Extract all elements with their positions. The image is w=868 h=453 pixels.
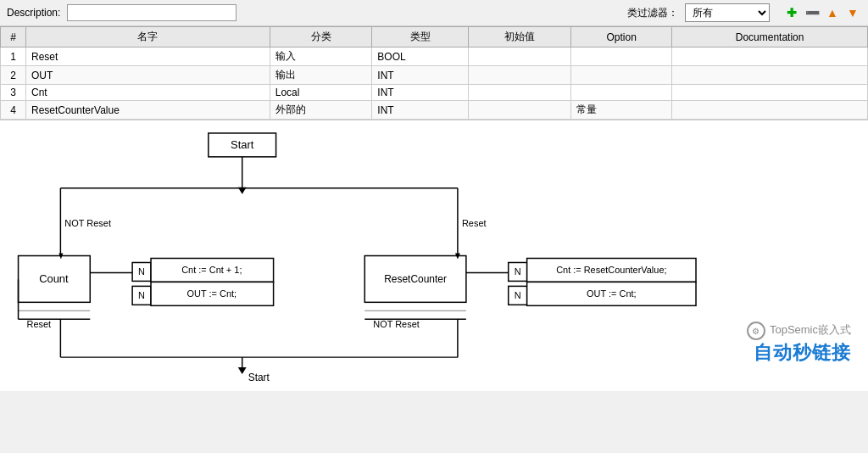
not-reset-left-label: NOT Reset <box>64 218 111 228</box>
filter-select[interactable]: 所有输入输出Local外部的 <box>685 3 770 22</box>
move-up-button[interactable]: ▲ <box>824 4 841 21</box>
start-bottom-label: Start <box>248 372 270 383</box>
arrow-down-icon <box>238 367 247 374</box>
reset-right-label: Reset <box>462 218 487 228</box>
table-row: 3CntLocalINT <box>1 85 868 101</box>
reset-counter-label: ResetCounter <box>384 273 447 285</box>
description-input[interactable] <box>67 4 236 21</box>
col-header-doc: Documentation <box>672 27 868 48</box>
variable-table: # 名字 分类 类型 初始值 Option Documentation 1Res… <box>0 26 868 120</box>
col-header-category: 分类 <box>270 27 372 48</box>
arrow-start-icon <box>238 187 247 194</box>
description-label: Description: <box>7 7 60 19</box>
not-reset-bottom-label: NOT Reset <box>373 319 420 329</box>
diagram-svg: Start NOT Reset Reset Count Reset N N Cn… <box>0 120 868 391</box>
col-header-name: 名字 <box>26 27 270 48</box>
reset-action1-label: Cnt := ResetCounterValue; <box>556 265 666 275</box>
col-header-initial: 初始值 <box>469 27 571 48</box>
toolbar: Description: 类过滤器： 所有输入输出Local外部的 ✚ ➖ ▲ … <box>0 0 868 26</box>
toolbar-icons: ✚ ➖ ▲ ▼ <box>783 4 861 21</box>
add-button[interactable]: ✚ <box>783 4 800 21</box>
variable-table-container: # 名字 分类 类型 初始值 Option Documentation 1Res… <box>0 26 868 120</box>
table-row: 4ResetCounterValue外部的INT常量 <box>1 101 868 120</box>
diagram-area: Start NOT Reset Reset Count Reset N N Cn… <box>0 120 868 391</box>
start-label: Start <box>231 138 254 151</box>
col-header-type: 类型 <box>372 27 469 48</box>
n3-label: N <box>515 266 521 277</box>
count-action2-label: OUT := Cnt; <box>187 288 237 299</box>
reset-action2-label: OUT := Cnt; <box>587 288 637 299</box>
n2-label: N <box>138 290 145 300</box>
count-box-label: Count <box>39 272 69 285</box>
n4-label: N <box>515 290 521 300</box>
table-row: 2OUT输出INT <box>1 66 868 85</box>
n1-label: N <box>138 266 145 277</box>
move-down-button[interactable]: ▼ <box>844 4 861 21</box>
count-action1-label: Cnt := Cnt + 1; <box>181 265 242 275</box>
col-header-id: # <box>1 27 26 48</box>
table-row: 1Reset输入BOOL <box>1 48 868 66</box>
remove-button[interactable]: ➖ <box>804 4 821 21</box>
filter-label: 类过滤器： <box>627 6 678 20</box>
col-header-option: Option <box>571 27 672 48</box>
reset-bottom-label: Reset <box>27 319 52 329</box>
